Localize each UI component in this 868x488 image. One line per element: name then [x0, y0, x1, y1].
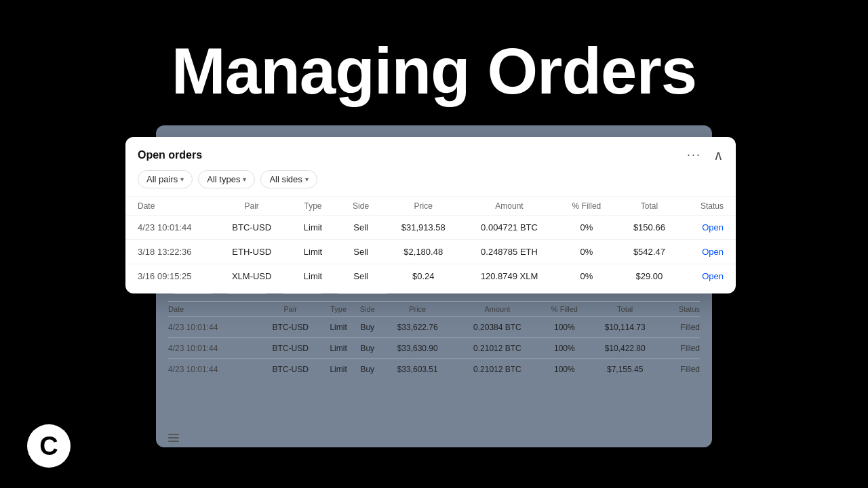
cell-pct-filled: 100% [540, 338, 588, 359]
col-type: Type [288, 197, 338, 216]
cell-side: Sell [338, 240, 384, 264]
col-date: Date [125, 197, 215, 216]
cell-total: $10,114.73 [589, 317, 662, 338]
col-amount: Amount [462, 197, 556, 216]
cell-date: 4/23 10:01:44 [125, 216, 215, 240]
chevron-down-icon: ▾ [180, 176, 184, 183]
col-pair: Pair [215, 197, 288, 216]
cell-type: Limit [323, 359, 354, 380]
cell-total: $29.00 [617, 264, 682, 289]
cell-type: Limit [323, 317, 354, 338]
cell-price: $31,913.58 [384, 216, 462, 240]
collapse-button[interactable]: ∧ [713, 147, 724, 163]
cell-total: $10,422.80 [589, 338, 662, 359]
cell-status: Open [682, 264, 736, 289]
col-type: Type [323, 302, 354, 317]
fills-table-header-row: Date Pair Type Side Price Amount % Fille… [168, 302, 700, 317]
modal-header: Open orders ··· ∧ [125, 137, 736, 170]
cell-price: $0.24 [384, 264, 462, 289]
cell-pair: XLM-USD [215, 264, 288, 289]
col-pct-filled: % Filled [556, 197, 617, 216]
cell-amount: 0.248785 ETH [462, 240, 556, 264]
table-row: 4/23 10:01:44 BTC-USD Limit Buy $33,630.… [168, 338, 700, 359]
open-orders-header-row: Date Pair Type Side Price Amount % Fille… [125, 197, 736, 216]
cell-pct-filled: 100% [540, 317, 588, 338]
open-orders-filter-bar: All pairs ▾ All types ▾ All sides ▾ [125, 170, 736, 197]
cell-amount: 120.8749 XLM [462, 264, 556, 289]
cell-pct-filled: 0% [556, 216, 617, 240]
cell-date: 4/23 10:01:44 [168, 359, 258, 380]
cell-pair: BTC-USD [258, 359, 323, 380]
cell-side: Buy [354, 338, 381, 359]
open-orders-table: Date Pair Type Side Price Amount % Fille… [125, 197, 736, 288]
cell-date: 3/16 09:15:25 [125, 264, 215, 289]
cell-date: 3/18 13:22:36 [125, 240, 215, 264]
cell-side: Sell [338, 264, 384, 289]
col-date: Date [168, 302, 258, 317]
logo-letter: C [39, 433, 58, 459]
table-row: 3/18 13:22:36 ETH-USD Limit Sell $2,180.… [125, 240, 736, 264]
chevron-down-icon: ▾ [243, 176, 246, 183]
all-types-filter[interactable]: All types ▾ [198, 170, 255, 188]
table-row: 4/23 10:01:44 BTC-USD Limit Buy $33,603.… [168, 359, 700, 380]
all-sides-filter[interactable]: All sides ▾ [260, 170, 317, 188]
col-amount: Amount [454, 302, 540, 317]
page-title: Managing Orders [0, 34, 868, 108]
modal-title: Open orders [138, 149, 202, 161]
modal-action-buttons: ··· ∧ [683, 146, 724, 163]
hamburger-icon [168, 434, 179, 442]
chevron-down-icon: ▾ [305, 176, 309, 183]
cell-pct-filled: 0% [556, 264, 617, 289]
col-price: Price [381, 302, 454, 317]
cell-date: 4/23 10:01:44 [168, 317, 258, 338]
cell-status: Filled [662, 317, 700, 338]
hamburger-menu[interactable] [168, 434, 179, 442]
cell-price: $33,603.51 [381, 359, 454, 380]
cell-type: Limit [288, 216, 338, 240]
cell-total: $7,155.45 [589, 359, 662, 380]
col-pct-filled: % Filled [540, 302, 588, 317]
cell-status: Filled [662, 359, 700, 380]
cell-pair: BTC-USD [258, 317, 323, 338]
cell-total: $150.66 [617, 216, 682, 240]
table-row: 4/23 10:01:44 BTC-USD Limit Buy $33,622.… [168, 317, 700, 338]
cell-type: Limit [323, 338, 354, 359]
coinbase-logo: C [27, 424, 71, 468]
all-pairs-filter[interactable]: All pairs ▾ [138, 170, 193, 188]
col-status: Status [682, 197, 736, 216]
cell-pct-filled: 100% [540, 359, 588, 380]
col-side: Side [354, 302, 381, 317]
cell-price: $33,622.76 [381, 317, 454, 338]
col-side: Side [338, 197, 384, 216]
col-pair: Pair [258, 302, 323, 317]
cell-amount: 0.21012 BTC [454, 359, 540, 380]
cell-total: $542.47 [617, 240, 682, 264]
cell-status: Open [682, 240, 736, 264]
cell-amount: 0.21012 BTC [454, 338, 540, 359]
col-total: Total [589, 302, 662, 317]
col-price: Price [384, 197, 462, 216]
table-row: 4/23 10:01:44 BTC-USD Limit Sell $31,913… [125, 216, 736, 240]
cell-pair: BTC-USD [258, 338, 323, 359]
table-row: 3/16 09:15:25 XLM-USD Limit Sell $0.24 1… [125, 264, 736, 289]
cell-price: $2,180.48 [384, 240, 462, 264]
cell-amount: 0.004721 BTC [462, 216, 556, 240]
cell-side: Sell [338, 216, 384, 240]
cell-status: Open [682, 216, 736, 240]
more-options-button[interactable]: ··· [683, 146, 705, 163]
cell-type: Limit [288, 240, 338, 264]
cell-price: $33,630.90 [381, 338, 454, 359]
cell-pair: BTC-USD [215, 216, 288, 240]
col-status: Status [662, 302, 700, 317]
cell-side: Buy [354, 317, 381, 338]
cell-pair: ETH-USD [215, 240, 288, 264]
cell-amount: 0.20384 BTC [454, 317, 540, 338]
cell-status: Filled [662, 338, 700, 359]
logo-circle: C [27, 424, 71, 468]
cell-side: Buy [354, 359, 381, 380]
col-total: Total [617, 197, 682, 216]
cell-type: Limit [288, 264, 338, 289]
open-orders-modal: Open orders ··· ∧ All pairs ▾ All types … [125, 137, 736, 293]
fills-table: Date Pair Type Side Price Amount % Fille… [168, 301, 700, 380]
cell-date: 4/23 10:01:44 [168, 338, 258, 359]
